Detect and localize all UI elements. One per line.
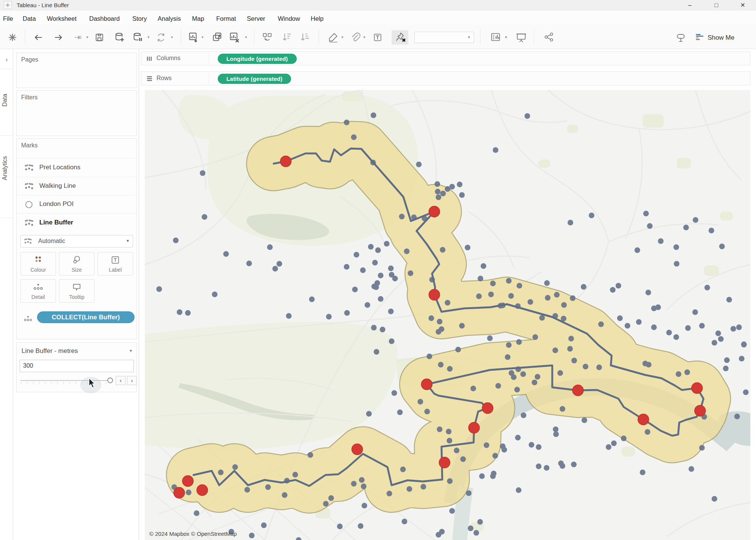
svg-text:© 2024 Mapbox © OpenStreetMap: © 2024 Mapbox © OpenStreetMap <box>149 531 237 537</box>
